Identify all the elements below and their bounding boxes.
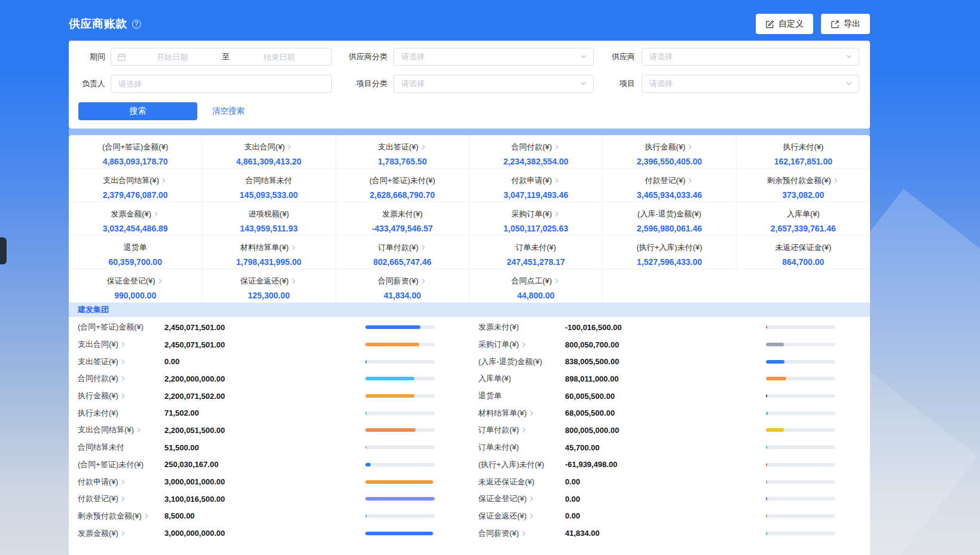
project-label: 项目 xyxy=(588,75,635,93)
select-placeholder: 请选择 xyxy=(649,51,845,62)
supplier-select[interactable]: 请选择 xyxy=(642,48,859,66)
page-title: 供应商账款 xyxy=(69,16,127,32)
export-button[interactable]: 导出 xyxy=(821,14,870,34)
summary-cell[interactable]: 材料结算单(¥)1,798,431,995.00 xyxy=(202,236,335,269)
summary-cell-value[interactable]: 1,783,765.50 xyxy=(336,157,469,166)
summary-cell[interactable]: 发票金额(¥)3,032,454,486.89 xyxy=(69,202,202,236)
summary-cell[interactable]: 支出签证(¥)1,783,765.50 xyxy=(336,135,469,169)
detail-row: 付款申请(¥)3,000,001,000.00 xyxy=(69,473,469,490)
summary-cell: 未返还保证金(¥)864,700.00 xyxy=(737,236,870,269)
detail-label[interactable]: 付款申请(¥) xyxy=(69,477,127,487)
summary-cell-value[interactable]: 3,032,454,486.89 xyxy=(69,224,202,233)
summary-cell-value[interactable]: 1,798,431,995.00 xyxy=(202,257,335,267)
progress-bar xyxy=(766,343,835,346)
summary-cell[interactable]: 保证金返还(¥)125,300.00 xyxy=(202,269,335,303)
project-category-select[interactable]: 请选择 xyxy=(393,75,594,93)
side-drawer-handle[interactable] xyxy=(0,237,7,264)
summary-cell-label: 支出签证(¥) xyxy=(336,142,469,153)
detail-value: 800,005,000.00 xyxy=(565,426,619,435)
summary-cell[interactable]: 付款申请(¥)3,047,119,493.46 xyxy=(469,169,603,202)
detail-label[interactable]: 支出合同(¥) xyxy=(69,339,127,350)
detail-label[interactable]: 采购订单(¥) xyxy=(469,339,527,350)
summary-cell-value[interactable]: 3,047,119,493.46 xyxy=(469,190,602,200)
detail-row: 支出合同结算(¥)2,200,051,500.00 xyxy=(69,422,469,439)
progress-bar xyxy=(766,532,835,535)
chevron-down-icon xyxy=(580,80,587,87)
detail-value: 0.00 xyxy=(164,357,179,366)
detail-row: (执行+入库)未付(¥)-61,939,498.00 xyxy=(469,456,870,474)
detail-label[interactable]: 保证金登记(¥) xyxy=(469,493,535,504)
summary-cell[interactable]: 支出合同结算(¥)2,379,476,087.00 xyxy=(69,169,202,202)
project-select[interactable]: 请选择 xyxy=(642,75,859,93)
summary-cell-value[interactable]: 2,379,476,087.00 xyxy=(69,190,202,200)
chevron-right-icon xyxy=(420,144,427,151)
select-placeholder: 请选择 xyxy=(401,78,580,89)
search-button[interactable]: 搜索 xyxy=(78,102,197,120)
detail-label[interactable]: 剩余预付款金额(¥) xyxy=(69,511,150,522)
summary-cell-value[interactable]: 373,082.00 xyxy=(737,190,870,200)
detail-value: 800,050,700.00 xyxy=(565,340,619,349)
summary-cell[interactable]: 执行金额(¥)2,396,550,405.00 xyxy=(603,135,736,169)
detail-label[interactable]: 付款登记(¥) xyxy=(69,493,127,504)
summary-cell-value: 864,700.00 xyxy=(737,257,870,267)
chevron-right-icon xyxy=(286,144,293,151)
summary-cell[interactable]: 合同点工(¥)44,800.00 xyxy=(469,269,603,303)
summary-cell-label: 采购订单(¥) xyxy=(469,209,602,219)
summary-cell-value[interactable]: 3,465,934,033.46 xyxy=(603,190,735,200)
summary-cell-value[interactable]: 4,861,309,413.20 xyxy=(202,157,335,166)
detail-col-left: (合同+签证)金额(¥)2,450,071,501.00支出合同(¥)2,450… xyxy=(69,317,469,542)
detail-value: 838,005,500.00 xyxy=(565,357,619,366)
progress-bar xyxy=(766,411,835,415)
detail-label[interactable]: 材料结算单(¥) xyxy=(469,408,535,419)
summary-cell-value[interactable]: 41,834.00 xyxy=(336,291,469,300)
summary-cell-value[interactable]: 802,665,747.46 xyxy=(336,257,469,267)
summary-cell-label: 订单未付(¥) xyxy=(469,242,602,253)
detail-label[interactable]: 支出签证(¥) xyxy=(69,356,127,367)
summary-cell: 入库单(¥)2,657,339,761.46 xyxy=(737,202,870,236)
summary-cell-value[interactable]: 990,000.00 xyxy=(69,291,202,300)
summary-cell[interactable]: 保证金登记(¥)990,000.00 xyxy=(69,269,202,303)
summary-cell[interactable]: 合同薪资(¥)41,834.00 xyxy=(336,269,469,303)
summary-cell-value[interactable]: 2,234,382,554.00 xyxy=(469,157,602,166)
summary-cell-value[interactable]: 1,050,117,025.63 xyxy=(469,224,602,233)
summary-cell-value[interactable]: 2,396,550,405.00 xyxy=(603,157,735,166)
summary-cell-value[interactable]: 125,300.00 xyxy=(202,291,335,300)
summary-cell: (合同+签证)未付(¥)2,628,668,790.70 xyxy=(336,169,469,202)
progress-bar xyxy=(365,411,435,415)
summary-cell[interactable]: 剩余预付款金额(¥)373,082.00 xyxy=(737,169,870,202)
start-date-input[interactable] xyxy=(126,53,218,62)
help-icon[interactable]: ? xyxy=(132,20,141,29)
detail-row: (入库-退货)金额(¥)838,005,500.00 xyxy=(469,353,870,370)
detail-label[interactable]: 执行金额(¥) xyxy=(69,391,127,401)
detail-row: 剩余预付款金额(¥)8,500.00 xyxy=(69,508,469,525)
end-date-input[interactable] xyxy=(233,53,325,62)
detail-label[interactable]: 发票金额(¥) xyxy=(69,528,127,539)
detail-label[interactable]: 合同薪资(¥) xyxy=(469,528,527,539)
customize-button[interactable]: 自定义 xyxy=(756,14,813,34)
date-range-picker[interactable]: 至 xyxy=(111,48,332,66)
summary-cell: 退货单60,359,700.00 xyxy=(69,236,202,269)
owner-select[interactable] xyxy=(111,75,332,93)
summary-cell[interactable]: 订单付款(¥)802,665,747.46 xyxy=(336,236,469,269)
summary-cell[interactable]: 采购订单(¥)1,050,117,025.63 xyxy=(469,202,603,236)
progress-bar xyxy=(365,428,435,432)
owner-label: 负责人 xyxy=(69,75,105,93)
summary-cell-label: 支出合同(¥) xyxy=(202,142,335,153)
summary-cell[interactable]: 付款登记(¥)3,465,934,033.46 xyxy=(603,169,736,202)
detail-row: 合同结算未付51,500.00 xyxy=(69,439,469,456)
detail-label[interactable]: 支出合同结算(¥) xyxy=(69,425,142,435)
detail-label[interactable]: 保证金返还(¥) xyxy=(469,511,535,522)
group-name[interactable]: 建发集团 xyxy=(78,304,109,315)
detail-label[interactable]: 订单付款(¥) xyxy=(469,425,527,435)
summary-cell-label: 发票未付(¥) xyxy=(336,209,469,219)
detail-row: 支出签证(¥)0.00 xyxy=(69,353,469,370)
clear-search-link[interactable]: 清空搜索 xyxy=(212,102,245,120)
chevron-right-icon xyxy=(120,495,127,502)
content-card: (合同+签证)金额(¥)4,863,093,178.70支出合同(¥)4,861… xyxy=(69,135,870,555)
detail-row: 保证金返还(¥)0.00 xyxy=(469,508,870,525)
summary-cell-value[interactable]: 44,800.00 xyxy=(469,291,602,300)
summary-cell[interactable]: 支出合同(¥)4,861,309,413.20 xyxy=(202,135,335,169)
detail-label[interactable]: 合同付款(¥) xyxy=(69,373,127,384)
supplier-category-select[interactable]: 请选择 xyxy=(393,48,594,66)
summary-cell[interactable]: 合同付款(¥)2,234,382,554.00 xyxy=(469,135,603,169)
